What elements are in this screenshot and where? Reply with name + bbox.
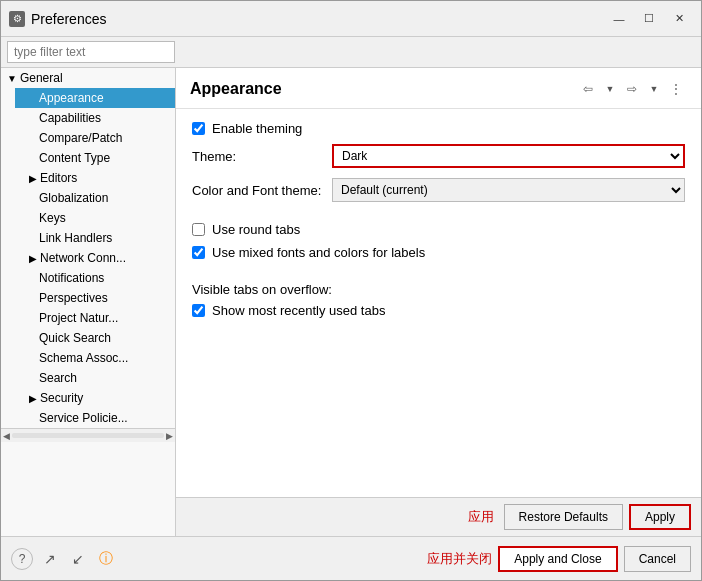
- theme-label: Theme:: [192, 149, 332, 164]
- theme-row: Theme: Dark Light Classic High Contrast: [192, 144, 685, 168]
- use-mixed-fonts-checkbox[interactable]: [192, 246, 205, 259]
- sidebar-item-label: Schema Assoc...: [39, 351, 128, 365]
- sidebar-item-project-nature[interactable]: Project Natur...: [15, 308, 175, 328]
- use-mixed-fonts-label[interactable]: Use mixed fonts and colors for labels: [212, 245, 425, 260]
- sidebar-item-perspectives[interactable]: Perspectives: [15, 288, 175, 308]
- export-button[interactable]: ↗: [39, 548, 61, 570]
- sidebar-item-label: Network Conn...: [40, 251, 126, 265]
- sidebar-item-label: Perspectives: [39, 291, 108, 305]
- back-button[interactable]: ⇦: [577, 78, 599, 100]
- color-font-select[interactable]: Default (current) Classic High Contrast: [332, 178, 685, 202]
- scroll-right-icon[interactable]: ▶: [166, 431, 173, 441]
- sidebar-item-appearance[interactable]: Appearance: [15, 88, 175, 108]
- color-font-select-wrapper: Default (current) Classic High Contrast: [332, 178, 685, 202]
- theme-select[interactable]: Dark Light Classic High Contrast: [332, 144, 685, 168]
- dropdown-back-button[interactable]: ▼: [603, 78, 617, 100]
- vertical-dots-icon: ⋮: [670, 82, 682, 96]
- sidebar-item-label: Capabilities: [39, 111, 101, 125]
- sidebar-item-label: Project Natur...: [39, 311, 118, 325]
- sidebar-item-security[interactable]: ▶ Security: [15, 388, 175, 408]
- use-mixed-fonts-row: Use mixed fonts and colors for labels: [192, 245, 685, 260]
- sidebar-item-network-conn[interactable]: ▶ Network Conn...: [15, 248, 175, 268]
- sidebar-item-content-type[interactable]: Content Type: [15, 148, 175, 168]
- visible-tabs-section: Visible tabs on overflow: Show most rece…: [192, 282, 685, 318]
- sidebar-item-label: Security: [40, 391, 83, 405]
- scroll-track: [12, 433, 164, 438]
- cancel-button[interactable]: Cancel: [624, 546, 691, 572]
- import-icon: ↙: [72, 551, 84, 567]
- restore-defaults-button[interactable]: Restore Defaults: [504, 504, 623, 530]
- show-recent-tabs-row: Show most recently used tabs: [192, 303, 685, 318]
- sidebar-item-keys[interactable]: Keys: [15, 208, 175, 228]
- sidebar-item-label: Appearance: [39, 91, 104, 105]
- bottom-bar: ? ↗ ↙ ⓘ 应用并关闭 Apply and Close Cancel: [1, 536, 701, 580]
- close-button[interactable]: ✕: [665, 8, 693, 30]
- sidebar-item-globalization[interactable]: Globalization: [15, 188, 175, 208]
- bottom-right-controls: 应用并关闭 Apply and Close Cancel: [427, 546, 691, 572]
- minimize-button[interactable]: —: [605, 8, 633, 30]
- sidebar-group-general[interactable]: ▼ General: [1, 68, 175, 88]
- theme-select-wrapper: Dark Light Classic High Contrast: [332, 144, 685, 168]
- content-footer: 应用 Restore Defaults Apply: [176, 497, 701, 536]
- color-font-label: Color and Font theme:: [192, 183, 332, 198]
- more-menu-button[interactable]: ⋮: [665, 78, 687, 100]
- sidebar-item-label: Compare/Patch: [39, 131, 122, 145]
- apply-button[interactable]: Apply: [629, 504, 691, 530]
- search-input[interactable]: [7, 41, 175, 63]
- chinese-apply-label: 应用: [468, 508, 494, 526]
- dropdown-forward-button[interactable]: ▼: [647, 78, 661, 100]
- enable-theming-row: Enable theming: [192, 121, 685, 136]
- forward-icon: ⇨: [627, 82, 637, 96]
- info-button[interactable]: ⓘ: [95, 548, 117, 570]
- sidebar-item-quick-search[interactable]: Quick Search: [15, 328, 175, 348]
- visible-tabs-label: Visible tabs on overflow:: [192, 282, 685, 297]
- enable-theming-checkbox[interactable]: [192, 122, 205, 135]
- apply-and-close-button[interactable]: Apply and Close: [498, 546, 617, 572]
- title-bar: ⚙ Preferences — ☐ ✕: [1, 1, 701, 37]
- sidebar-item-service-policie[interactable]: Service Policie...: [15, 408, 175, 428]
- sidebar-item-link-handlers[interactable]: Link Handlers: [15, 228, 175, 248]
- sidebar-item-label: Editors: [40, 171, 77, 185]
- sidebar: ▼ General Appearance Capabilities Compar…: [1, 68, 176, 536]
- window-title: Preferences: [31, 11, 605, 27]
- enable-theming-label[interactable]: Enable theming: [212, 121, 302, 136]
- sidebar-item-label: Quick Search: [39, 331, 111, 345]
- help-button[interactable]: ?: [11, 548, 33, 570]
- sidebar-item-notifications[interactable]: Notifications: [15, 268, 175, 288]
- scroll-left-icon[interactable]: ◀: [3, 431, 10, 441]
- use-round-tabs-row: Use round tabs: [192, 222, 685, 237]
- export-icon: ↗: [44, 551, 56, 567]
- content-toolbar: ⇦ ▼ ⇨ ▼ ⋮: [577, 78, 687, 100]
- use-round-tabs-checkbox[interactable]: [192, 223, 205, 236]
- content-header: Appearance ⇦ ▼ ⇨ ▼ ⋮: [176, 68, 701, 109]
- sidebar-item-label: Search: [39, 371, 77, 385]
- color-font-row: Color and Font theme: Default (current) …: [192, 178, 685, 202]
- info-icon: ⓘ: [99, 550, 113, 568]
- import-button[interactable]: ↙: [67, 548, 89, 570]
- chevron-down-icon: ▼: [606, 84, 615, 94]
- forward-button[interactable]: ⇨: [621, 78, 643, 100]
- chinese-apply-close-label: 应用并关闭: [427, 550, 492, 568]
- sidebar-group-label: General: [20, 71, 63, 85]
- window-icon: ⚙: [9, 11, 25, 27]
- preferences-window: ⚙ Preferences — ☐ ✕ ▼ General Appearance: [0, 0, 702, 581]
- content-body: Enable theming Theme: Dark Light Classic…: [176, 109, 701, 497]
- sidebar-scrollbar[interactable]: ◀ ▶: [1, 428, 175, 442]
- show-recent-tabs-label[interactable]: Show most recently used tabs: [212, 303, 385, 318]
- help-icon: ?: [19, 552, 26, 566]
- bottom-left-controls: ? ↗ ↙ ⓘ: [11, 548, 117, 570]
- sidebar-item-schema-assoc[interactable]: Schema Assoc...: [15, 348, 175, 368]
- sidebar-item-label: Globalization: [39, 191, 108, 205]
- use-round-tabs-label[interactable]: Use round tabs: [212, 222, 300, 237]
- content-title: Appearance: [190, 80, 282, 98]
- back-icon: ⇦: [583, 82, 593, 96]
- sidebar-item-editors[interactable]: ▶ Editors: [15, 168, 175, 188]
- chevron-down-icon: ▼: [650, 84, 659, 94]
- sidebar-item-capabilities[interactable]: Capabilities: [15, 108, 175, 128]
- sidebar-item-search[interactable]: Search: [15, 368, 175, 388]
- maximize-button[interactable]: ☐: [635, 8, 663, 30]
- sidebar-item-label: Content Type: [39, 151, 110, 165]
- show-recent-tabs-checkbox[interactable]: [192, 304, 205, 317]
- chevron-down-icon: ▼: [7, 73, 17, 84]
- sidebar-item-compare[interactable]: Compare/Patch: [15, 128, 175, 148]
